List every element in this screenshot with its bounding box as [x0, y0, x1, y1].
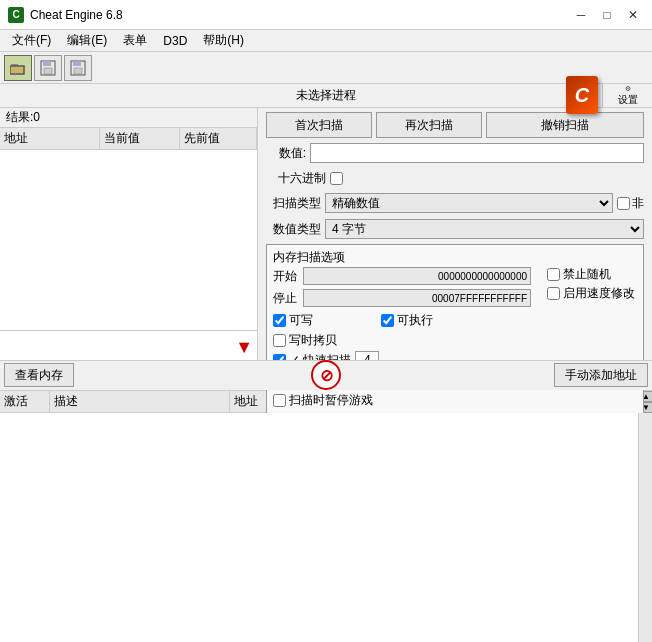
process-title: 未选择进程 [296, 87, 356, 104]
hex-checkbox[interactable] [330, 172, 343, 185]
scan-buttons: 首次扫描 再次扫描 撤销扫描 [266, 112, 644, 138]
svg-rect-6 [73, 61, 81, 66]
left-panel: 结果:0 地址 当前值 先前值 ▼ [0, 108, 258, 360]
value-type-select[interactable]: 4 字节 [325, 219, 644, 239]
maximize-button[interactable]: □ [596, 6, 618, 24]
ce-logo: C [566, 76, 598, 114]
executable-group: 可执行 [381, 312, 433, 329]
hex-row: 十六进制 [266, 168, 644, 188]
results-count: 结果:0 [6, 109, 40, 126]
svg-rect-4 [44, 68, 52, 74]
scan-type-label: 扫描类型 [266, 195, 321, 212]
menu-file[interactable]: 文件(F) [4, 30, 59, 51]
settings-label: 设置 [618, 93, 638, 107]
menu-d3d[interactable]: D3D [155, 32, 195, 50]
content-area: 结果:0 地址 当前值 先前值 ▼ [0, 108, 652, 642]
scan-type-select[interactable]: 精确数值 [325, 193, 613, 213]
value-input[interactable] [310, 143, 644, 163]
window-controls: ─ □ ✕ [570, 6, 644, 24]
copy-on-write-checkbox[interactable] [273, 334, 286, 347]
right-content: 首次扫描 再次扫描 撤销扫描 数值: 十六进制 扫描类型 [258, 108, 652, 360]
value-label: 数值: [266, 145, 306, 162]
svg-rect-7 [74, 68, 82, 74]
split-area: 结果:0 地址 当前值 先前值 ▼ [0, 108, 652, 360]
menu-bar: 文件(F) 编辑(E) 表单 D3D 帮助(H) [0, 30, 652, 52]
mem-stop-row: 停止 [273, 288, 531, 308]
delete-button[interactable]: ⊘ [311, 360, 341, 390]
title-text: Cheat Engine 6.8 [30, 8, 123, 22]
not-checkbox[interactable] [617, 197, 630, 210]
menu-edit[interactable]: 编辑(E) [59, 30, 115, 51]
not-label: 非 [632, 195, 644, 212]
close-button[interactable]: ✕ [622, 6, 644, 24]
col-header-address: 地址 [0, 128, 100, 149]
svg-point-9 [627, 88, 628, 89]
toolbar-open-button[interactable] [4, 55, 32, 81]
pause-game-label: 扫描时暂停游戏 [289, 392, 373, 409]
minimize-button[interactable]: ─ [570, 6, 592, 24]
mem-stop-label: 停止 [273, 290, 303, 307]
svg-rect-3 [43, 61, 51, 66]
value-row: 数值: [266, 142, 644, 164]
menu-help[interactable]: 帮助(H) [195, 30, 252, 51]
hex-label: 十六进制 [266, 170, 326, 187]
not-group: 非 [617, 195, 644, 212]
app-icon: C [8, 7, 24, 23]
speed-hack-label: 启用速度修改 [563, 285, 635, 302]
pause-game-checkbox[interactable] [273, 394, 286, 407]
col-header-current: 当前值 [100, 128, 180, 149]
addr-col-desc: 描述 [50, 391, 230, 412]
value-type-label: 数值类型 [266, 221, 321, 238]
copy-on-write-label: 写时拷贝 [289, 332, 337, 349]
no-random-group: 禁止随机 [547, 266, 637, 283]
toolbar-save-button[interactable] [34, 55, 62, 81]
toolbar [0, 52, 652, 84]
bottom-buttons: 查看内存 ⊘ 手动添加地址 [0, 360, 652, 390]
undo-scan-button[interactable]: 撤销扫描 [486, 112, 644, 138]
scan-type-row: 扫描类型 精确数值 非 [266, 192, 644, 214]
first-scan-button[interactable]: 首次扫描 [266, 112, 372, 138]
view-memory-button[interactable]: 查看内存 [4, 363, 74, 387]
settings-button[interactable]: 设置 [602, 84, 652, 107]
title-left: C Cheat Engine 6.8 [8, 7, 123, 23]
scrollbar-body[interactable] [638, 413, 652, 643]
writable-checkbox[interactable] [273, 314, 286, 327]
results-bar: 结果:0 [0, 108, 257, 128]
address-list [0, 150, 257, 330]
toolbar-save2-button[interactable] [64, 55, 92, 81]
title-bar: C Cheat Engine 6.8 ─ □ ✕ [0, 0, 652, 30]
next-scan-button[interactable]: 再次扫描 [376, 112, 482, 138]
executable-checkbox[interactable] [381, 314, 394, 327]
manual-add-button[interactable]: 手动添加地址 [554, 363, 648, 387]
mem-start-label: 开始 [273, 268, 303, 285]
no-random-label: 禁止随机 [563, 266, 611, 283]
process-bar: C 未选择进程 设置 [0, 84, 652, 108]
mem-start-input[interactable] [303, 267, 531, 285]
address-table-header: 地址 当前值 先前值 [0, 128, 257, 150]
addr-table-body [0, 413, 652, 643]
menu-table[interactable]: 表单 [115, 30, 155, 51]
speed-hack-checkbox[interactable] [547, 287, 560, 300]
writable-label: 可写 [289, 312, 313, 329]
col-header-prev: 先前值 [180, 128, 257, 149]
addr-col-active: 激活 [0, 391, 50, 412]
mem-stop-input[interactable] [303, 289, 531, 307]
red-arrow-indicator[interactable]: ▼ [235, 337, 253, 358]
speed-hack-group: 启用速度修改 [547, 285, 637, 302]
executable-label: 可执行 [397, 312, 433, 329]
mem-start-row: 开始 [273, 266, 531, 286]
value-type-row: 数值类型 4 字节 [266, 218, 644, 240]
writable-group: 可写 [273, 312, 313, 329]
addr-table-section: 激活 描述 地址 类型 数值 ▲ ▼ [0, 390, 652, 643]
no-random-checkbox[interactable] [547, 268, 560, 281]
mem-scan-title: 内存扫描选项 [273, 250, 345, 264]
